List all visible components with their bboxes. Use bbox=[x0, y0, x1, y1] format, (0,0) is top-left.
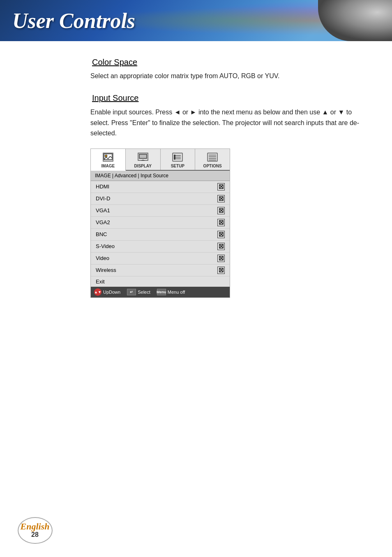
menu-body: HDMI ☒ DVI-D ☒ VGA1 ☒ VGA2 ☒ BNC ☒ S-Vid… bbox=[91, 181, 230, 287]
menu-item-video-label: Video bbox=[96, 255, 109, 261]
menu-item-bnc-label: BNC bbox=[96, 231, 107, 237]
menu-off-label: Menu off bbox=[168, 290, 185, 295]
menu-item-vga2-checkbox: ☒ bbox=[217, 219, 225, 226]
page-title: User Controls bbox=[12, 9, 135, 33]
menu-item-vga1[interactable]: VGA1 ☒ bbox=[91, 205, 230, 217]
menu-tabs: IMAGE DISPLAY bbox=[91, 149, 230, 171]
language-label: English bbox=[21, 522, 50, 531]
color-space-title: Color Space bbox=[92, 58, 367, 67]
tab-options[interactable]: OPTIONS bbox=[195, 149, 230, 170]
menu-item-exit-label: Exit bbox=[96, 278, 105, 285]
language-badge: English 28 bbox=[16, 516, 53, 545]
menu-item-bnc[interactable]: BNC ☒ bbox=[91, 229, 230, 241]
menu-item-vga1-label: VGA1 bbox=[96, 207, 110, 214]
options-tab-icon bbox=[206, 151, 219, 163]
menu-item-vga2-label: VGA2 bbox=[96, 219, 110, 225]
tab-display[interactable]: DISPLAY bbox=[126, 149, 161, 170]
select-label: Select bbox=[138, 290, 150, 295]
footer: English 28 bbox=[16, 516, 53, 545]
input-source-title: Input Source bbox=[92, 93, 367, 103]
tab-setup-label: SETUP bbox=[171, 164, 184, 168]
menu-screenshot: IMAGE DISPLAY bbox=[90, 149, 230, 298]
header: User Controls bbox=[0, 0, 392, 41]
tab-options-label: OPTIONS bbox=[203, 164, 222, 168]
select-control: ↵ Select bbox=[127, 289, 150, 295]
svg-point-2 bbox=[105, 155, 107, 157]
menu-item-wireless-checkbox: ☒ bbox=[217, 267, 225, 274]
svg-point-13 bbox=[174, 158, 175, 159]
svg-point-11 bbox=[174, 155, 175, 156]
menu-item-svideo-checkbox: ☒ bbox=[217, 243, 225, 250]
menu-item-hdmi[interactable]: HDMI ☒ bbox=[91, 181, 230, 193]
menu-item-hdmi-checkbox: ☒ bbox=[217, 183, 225, 190]
menu-item-dvid[interactable]: DVI-D ☒ bbox=[91, 193, 230, 205]
menu-item-exit[interactable]: Exit bbox=[91, 276, 230, 287]
menu-item-vga2[interactable]: VGA2 ☒ bbox=[91, 217, 230, 229]
setup-tab-icon bbox=[171, 151, 184, 163]
color-space-description: Select an appropriate color matrix type … bbox=[90, 71, 367, 81]
menu-item-dvid-label: DVI-D bbox=[96, 195, 110, 202]
menu-off-control: Menu Menu off bbox=[157, 289, 185, 295]
menu-item-video[interactable]: Video ☒ bbox=[91, 253, 230, 265]
menu-item-bnc-checkbox: ☒ bbox=[217, 231, 225, 238]
image-tab-icon bbox=[101, 151, 115, 163]
menu-item-svideo-label: S-Video bbox=[96, 243, 115, 249]
menu-item-hdmi-label: HDMI bbox=[96, 183, 109, 190]
svg-point-12 bbox=[174, 156, 175, 158]
tab-setup[interactable]: SETUP bbox=[161, 149, 196, 170]
menu-item-svideo[interactable]: S-Video ☒ bbox=[91, 241, 230, 253]
menu-item-vga1-checkbox: ☒ bbox=[217, 207, 225, 214]
tab-display-label: DISPLAY bbox=[134, 164, 151, 168]
menu-item-wireless[interactable]: Wireless ☒ bbox=[91, 265, 230, 276]
tab-image[interactable]: IMAGE bbox=[91, 149, 126, 171]
tab-image-label: IMAGE bbox=[101, 164, 115, 168]
page-number: 28 bbox=[31, 531, 39, 538]
updown-label: UpDown bbox=[103, 290, 120, 295]
input-source-description: Enable input sources. Press ◄ or ► into … bbox=[90, 107, 367, 139]
updown-control: ▲▼ UpDown bbox=[94, 288, 120, 296]
svg-rect-4 bbox=[139, 154, 147, 158]
display-tab-icon bbox=[136, 151, 150, 163]
menu-item-dvid-checkbox: ☒ bbox=[217, 195, 225, 202]
menu-breadcrumb: IMAGE | Advanced | Input Source bbox=[91, 171, 230, 181]
menu-bottom-bar: ▲▼ UpDown ↵ Select Menu Menu off bbox=[91, 287, 230, 297]
menu-off-icon: Menu bbox=[157, 289, 166, 295]
menu-item-video-checkbox: ☒ bbox=[217, 255, 225, 262]
select-icon: ↵ bbox=[127, 289, 136, 295]
badge-circle: English 28 bbox=[18, 517, 53, 544]
main-content: Color Space Select an appropriate color … bbox=[0, 41, 392, 314]
menu-item-wireless-label: Wireless bbox=[96, 267, 116, 273]
updown-icon: ▲▼ bbox=[94, 288, 101, 296]
